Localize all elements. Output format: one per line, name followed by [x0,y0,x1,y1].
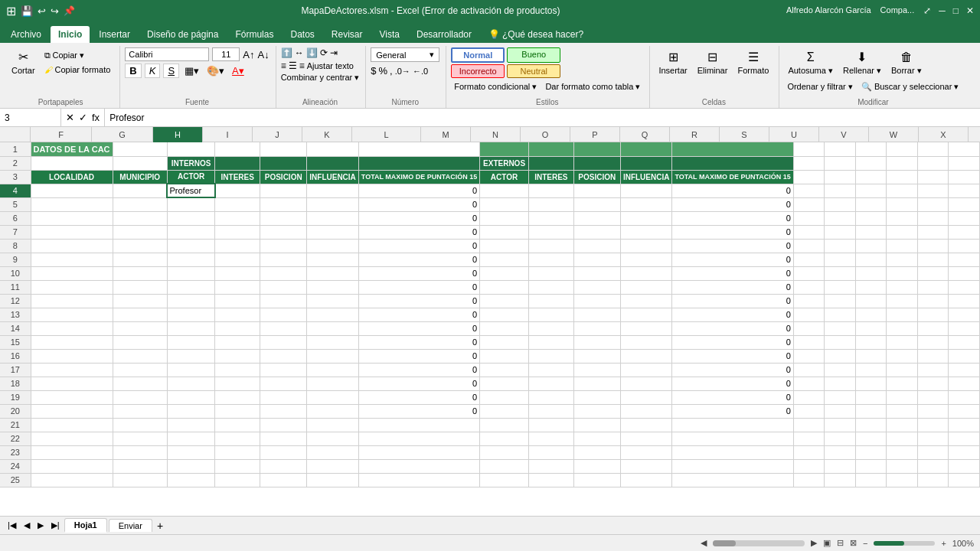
cell-K9[interactable] [307,253,359,266]
col-header-V[interactable]: V [819,127,869,142]
cell-G25[interactable] [113,473,167,487]
cell-L4[interactable]: 0 [358,184,479,197]
cell-J7[interactable] [260,225,307,239]
cell-O3[interactable]: POSICION [573,170,620,184]
cell-V10[interactable] [887,266,918,280]
cell-U16[interactable] [855,349,887,363]
cell-X17[interactable] [949,363,980,377]
cell-X13[interactable] [949,308,980,321]
cell-P14[interactable] [620,321,672,335]
cell-M2[interactable]: EXTERNOS [480,156,529,170]
comma-btn[interactable]: , [390,65,393,77]
cell-R24[interactable] [793,459,825,473]
cell-K6[interactable] [307,211,359,225]
font-family-input[interactable] [125,47,209,61]
cell-W9[interactable] [917,253,949,266]
cell-N2[interactable] [528,156,573,170]
cell-V4[interactable] [887,184,918,197]
cell-N11[interactable] [528,280,573,294]
row-num-11[interactable]: 11 [0,280,31,294]
cell-N1[interactable] [528,142,573,156]
cell-L21[interactable] [358,418,479,432]
cell-N25[interactable] [528,473,573,487]
cell-J2[interactable] [260,156,307,170]
cell-O22[interactable] [573,432,620,445]
cell-X10[interactable] [949,266,980,280]
cell-W22[interactable] [917,432,949,445]
insertar-btn[interactable]: ⊞ Insertar [655,47,691,77]
col-header-U[interactable]: U [769,127,819,142]
cell-X14[interactable] [949,321,980,335]
cell-W18[interactable] [917,377,949,390]
cell-L23[interactable] [358,445,479,459]
row-num-20[interactable]: 20 [0,404,31,418]
cell-J8[interactable] [260,239,307,253]
row-num-6[interactable]: 6 [0,211,31,225]
cell-K11[interactable] [307,280,359,294]
cell-P10[interactable] [620,266,672,280]
cell-X11[interactable] [949,280,980,294]
cell-S8[interactable] [825,239,856,253]
cell-U23[interactable] [855,445,887,459]
cell-G4[interactable] [113,184,167,197]
cell-L22[interactable] [358,432,479,445]
cell-Q1[interactable] [672,142,793,156]
row-num-21[interactable]: 21 [0,418,31,432]
cell-I18[interactable] [215,377,260,390]
cell-G18[interactable] [113,377,167,390]
cell-F9[interactable] [31,253,113,266]
cell-N8[interactable] [528,239,573,253]
cell-S24[interactable] [825,459,856,473]
cell-V14[interactable] [887,321,918,335]
cell-Q4[interactable]: 0 [672,184,793,197]
borrar-btn[interactable]: 🗑 Borrar ▾ [887,48,926,78]
cell-G6[interactable] [113,211,167,225]
cell-W14[interactable] [917,321,949,335]
cell-G14[interactable] [113,321,167,335]
tab-formulas[interactable]: Fórmulas [227,26,281,43]
align-left-btn[interactable]: ≡ [281,60,286,71]
cell-G8[interactable] [113,239,167,253]
cell-P9[interactable] [620,253,672,266]
cell-U1[interactable] [855,142,887,156]
cell-F6[interactable] [31,211,113,225]
cell-M18[interactable] [480,377,529,390]
cell-K25[interactable] [307,473,359,487]
cell-J13[interactable] [260,308,307,321]
cell-W3[interactable] [917,170,949,184]
sheet-tab-hoja1[interactable]: Hoja1 [64,518,107,533]
cell-J12[interactable] [260,294,307,308]
cell-V12[interactable] [887,294,918,308]
cell-H10[interactable] [167,266,214,280]
row-num-14[interactable]: 14 [0,321,31,335]
cell-V19[interactable] [887,390,918,404]
cell-P7[interactable] [620,225,672,239]
cell-X18[interactable] [949,377,980,390]
cell-R2[interactable] [793,156,825,170]
col-header-I[interactable]: I [203,127,253,142]
cell-V15[interactable] [887,335,918,349]
cell-L13[interactable]: 0 [358,308,479,321]
cell-Q9[interactable]: 0 [672,253,793,266]
cell-N16[interactable] [528,349,573,363]
cell-K1[interactable] [307,142,359,156]
cell-G5[interactable] [113,197,167,211]
copiar-formato-button[interactable]: 🖌Copiar formato [41,64,114,76]
grid-container[interactable]: 1 DATOS DE LA CAC [0,142,980,497]
layout-normal-btn[interactable]: ▣ [823,538,831,548]
row-num-12[interactable]: 12 [0,294,31,308]
cell-V25[interactable] [887,473,918,487]
cell-H1[interactable] [167,142,214,156]
cell-I20[interactable] [215,404,260,418]
cell-U2[interactable] [855,156,887,170]
cell-K8[interactable] [307,239,359,253]
cell-Q15[interactable]: 0 [672,335,793,349]
cell-M22[interactable] [480,432,529,445]
cell-O12[interactable] [573,294,620,308]
cell-K23[interactable] [307,445,359,459]
cell-J22[interactable] [260,432,307,445]
layout-page-btn[interactable]: ⊟ [837,538,844,548]
cell-W16[interactable] [917,349,949,363]
cell-U7[interactable] [855,225,887,239]
row-num-4[interactable]: 4 [0,184,31,197]
